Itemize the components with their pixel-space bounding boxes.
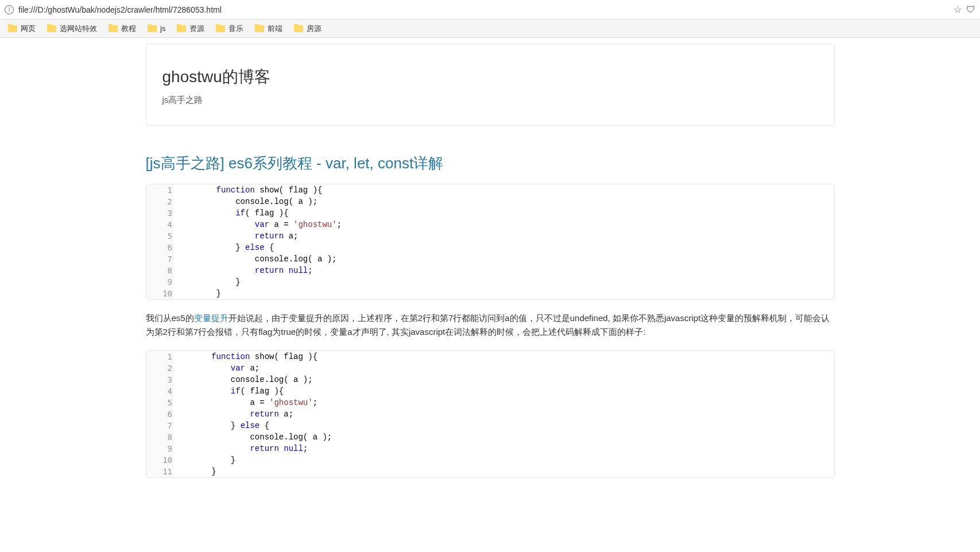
folder-icon xyxy=(8,25,17,32)
code-block-1: 1 2 3 4 5 6 7 8 9 10 function show( flag… xyxy=(146,184,835,300)
line-numbers: 1 2 3 4 5 6 7 8 9 10 11 xyxy=(146,351,173,477)
folder-icon xyxy=(109,25,118,32)
bookmark-label: 房源 xyxy=(307,24,321,34)
bookmark-label: 资源 xyxy=(189,24,204,34)
link-variable-hoisting[interactable]: 变量提升 xyxy=(194,313,228,323)
address-bar: i file:///D:/ghostWu/bak/nodejs2/crawler… xyxy=(0,0,980,20)
info-icon[interactable]: i xyxy=(5,5,14,14)
bookmark-item[interactable]: 教程 xyxy=(109,24,136,34)
bookmark-label: js xyxy=(160,24,165,33)
bookmark-label: 前端 xyxy=(268,24,282,34)
blog-title: ghostwu的博客 xyxy=(162,66,818,88)
page-content: ghostwu的博客 js高手之路 [js高手之路] es6系列教程 - var… xyxy=(140,44,840,478)
paragraph: 我们从es5的变量提升开始说起，由于变量提升的原因，上述程序，在第2行和第7行都… xyxy=(146,311,835,339)
bookmarks-bar: 网页 选网站特效 教程 js 资源 音乐 前端 房源 xyxy=(0,20,980,38)
code-content: function show( flag ){ var a; console.lo… xyxy=(173,351,834,477)
blog-subtitle: js高手之路 xyxy=(162,95,818,106)
folder-icon xyxy=(294,25,303,32)
bookmark-label: 音乐 xyxy=(228,24,243,34)
folder-icon xyxy=(47,25,56,32)
shield-icon[interactable]: 🛡 xyxy=(966,5,975,15)
url-text[interactable]: file:///D:/ghostWu/bak/nodejs2/crawler/h… xyxy=(18,5,949,14)
bookmark-item[interactable]: 资源 xyxy=(177,24,204,34)
article-title[interactable]: [js高手之路] es6系列教程 - var, let, const详解 xyxy=(146,153,835,173)
code-content: function show( flag ){ console.log( a );… xyxy=(173,184,834,299)
star-icon[interactable]: ☆ xyxy=(954,4,962,15)
bookmark-item[interactable]: 选网站特效 xyxy=(47,24,97,34)
bookmark-item[interactable]: 网页 xyxy=(8,24,36,34)
bookmark-item[interactable]: 音乐 xyxy=(216,24,243,34)
code-block-2: 1 2 3 4 5 6 7 8 9 10 11 function show( f… xyxy=(146,350,835,478)
bookmark-label: 选网站特效 xyxy=(60,24,97,34)
folder-icon xyxy=(177,25,186,32)
folder-icon xyxy=(148,25,157,32)
bookmark-label: 教程 xyxy=(121,24,136,34)
bookmark-item[interactable]: 房源 xyxy=(294,24,321,34)
line-numbers: 1 2 3 4 5 6 7 8 9 10 xyxy=(146,184,173,299)
bookmark-item[interactable]: js xyxy=(148,24,165,33)
folder-icon xyxy=(255,25,264,32)
bookmark-item[interactable]: 前端 xyxy=(255,24,282,34)
folder-icon xyxy=(216,25,225,32)
blog-header: ghostwu的博客 js高手之路 xyxy=(146,44,835,126)
bookmark-label: 网页 xyxy=(21,24,36,34)
